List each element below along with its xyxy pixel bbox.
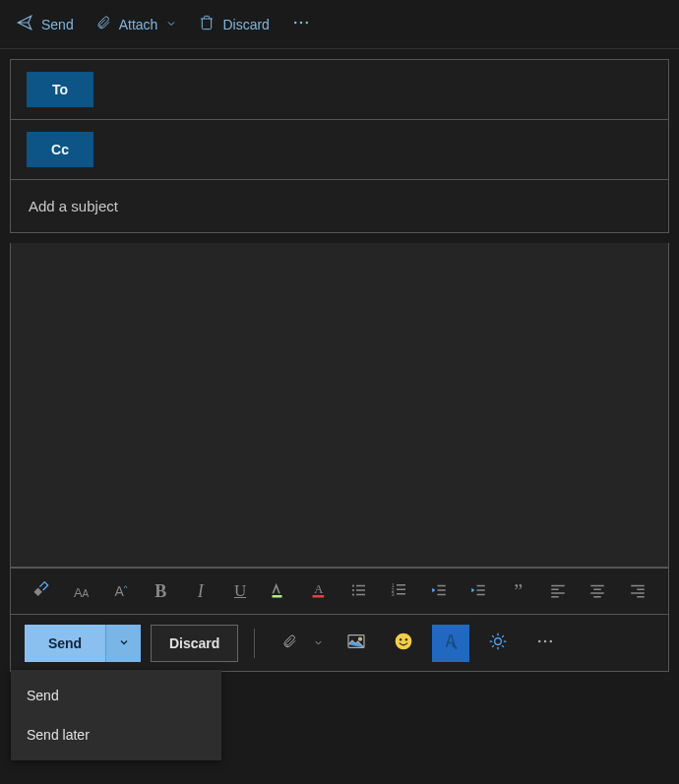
- svg-rect-26: [551, 592, 565, 594]
- editor-button[interactable]: [432, 625, 469, 662]
- svg-rect-5: [312, 595, 324, 598]
- top-toolbar: Send Attach Discard: [0, 0, 679, 49]
- emoji-icon: [394, 632, 413, 654]
- menu-send-later[interactable]: Send later: [11, 715, 221, 754]
- svg-rect-20: [437, 593, 445, 595]
- svg-rect-33: [637, 588, 645, 590]
- svg-point-6: [352, 584, 354, 586]
- svg-rect-29: [594, 588, 602, 590]
- to-input[interactable]: [93, 72, 652, 107]
- align-center-icon: [588, 581, 606, 602]
- font-icon: AA: [74, 583, 89, 600]
- numbers-icon: 123: [391, 581, 408, 602]
- svg-rect-23: [477, 593, 485, 595]
- svg-rect-24: [551, 584, 565, 586]
- bullets-button[interactable]: [342, 573, 376, 609]
- chevron-down-icon: [313, 635, 324, 651]
- svg-point-38: [396, 633, 412, 650]
- highlight-icon: [270, 580, 289, 603]
- cc-input[interactable]: [93, 132, 652, 167]
- quote-button[interactable]: ”: [502, 573, 535, 609]
- outdent-button[interactable]: [422, 573, 456, 609]
- svg-rect-7: [356, 584, 365, 586]
- svg-rect-19: [437, 589, 445, 591]
- paperclip-icon: [281, 633, 297, 653]
- send-dropdown-toggle[interactable]: [105, 625, 141, 662]
- align-left-icon: [549, 581, 567, 602]
- bullets-icon: [350, 581, 368, 602]
- attach-button[interactable]: Attach: [95, 14, 178, 34]
- font-button[interactable]: AA: [64, 573, 97, 609]
- send-icon: [16, 14, 33, 34]
- menu-send[interactable]: Send: [11, 676, 221, 715]
- bottom-toolbar: Send Discard: [10, 615, 669, 672]
- more-bottom-button[interactable]: [526, 625, 564, 662]
- message-body[interactable]: [10, 243, 669, 568]
- svg-text:3: 3: [391, 591, 394, 597]
- attach-bottom-button[interactable]: [271, 625, 308, 662]
- svg-rect-25: [551, 588, 559, 590]
- svg-point-10: [352, 593, 354, 595]
- cc-row: Cc: [11, 120, 668, 180]
- attach-dropdown[interactable]: [308, 625, 328, 662]
- svg-point-2: [305, 22, 308, 25]
- svg-point-1: [300, 22, 303, 25]
- svg-rect-34: [631, 592, 645, 594]
- trash-icon: [199, 14, 215, 34]
- to-row: To: [11, 60, 668, 120]
- svg-rect-32: [631, 584, 645, 586]
- font-color-icon: A: [310, 580, 330, 603]
- bold-button[interactable]: B: [144, 573, 177, 609]
- align-right-icon: [629, 581, 647, 602]
- cc-button[interactable]: Cc: [27, 132, 93, 167]
- svg-rect-3: [273, 595, 282, 598]
- subject-input[interactable]: Add a subject: [11, 180, 668, 233]
- svg-rect-35: [637, 596, 645, 598]
- discard-top-button[interactable]: Discard: [199, 14, 269, 34]
- brightness-button[interactable]: [479, 625, 517, 662]
- to-button[interactable]: To: [27, 72, 93, 107]
- send-top-button[interactable]: Send: [16, 14, 74, 34]
- svg-point-37: [359, 637, 362, 640]
- send-button[interactable]: Send: [25, 625, 105, 662]
- svg-rect-17: [397, 593, 405, 595]
- bold-icon: B: [154, 581, 166, 602]
- svg-point-0: [294, 22, 297, 25]
- svg-rect-9: [356, 589, 365, 591]
- svg-point-40: [405, 638, 408, 641]
- italic-button[interactable]: I: [184, 573, 217, 609]
- underline-button[interactable]: U: [223, 573, 257, 609]
- more-top-button[interactable]: [291, 13, 311, 35]
- discard-button[interactable]: Discard: [151, 625, 238, 662]
- svg-point-8: [352, 588, 354, 590]
- emoji-button[interactable]: [385, 625, 422, 662]
- font-color-button[interactable]: A: [303, 573, 337, 609]
- align-left-button[interactable]: [541, 573, 575, 609]
- chevron-down-icon: [118, 635, 130, 651]
- format-painter-button[interactable]: [25, 573, 58, 609]
- more-icon: [535, 632, 555, 654]
- paperclip-icon: [95, 14, 111, 34]
- insert-image-button[interactable]: [338, 625, 375, 662]
- format-toolbar: AA A^ B I U A 123: [10, 568, 669, 615]
- outdent-icon: [430, 581, 448, 602]
- svg-rect-22: [477, 589, 485, 591]
- highlight-button[interactable]: [263, 573, 296, 609]
- italic-icon: I: [198, 581, 204, 602]
- svg-rect-18: [437, 584, 445, 586]
- format-painter-icon: [31, 580, 51, 603]
- send-top-label: Send: [41, 17, 74, 32]
- image-icon: [346, 633, 366, 652]
- align-right-button[interactable]: [621, 573, 654, 609]
- separator: [254, 629, 255, 658]
- discard-top-label: Discard: [222, 17, 269, 32]
- numbers-button[interactable]: 123: [382, 573, 415, 609]
- indent-button[interactable]: [462, 573, 495, 609]
- more-icon: [291, 13, 311, 35]
- align-center-button[interactable]: [581, 573, 614, 609]
- indent-icon: [469, 581, 487, 602]
- quote-icon: ”: [514, 580, 523, 603]
- svg-rect-27: [551, 596, 559, 598]
- chevron-down-icon: [165, 17, 177, 32]
- font-size-button[interactable]: A^: [104, 573, 138, 609]
